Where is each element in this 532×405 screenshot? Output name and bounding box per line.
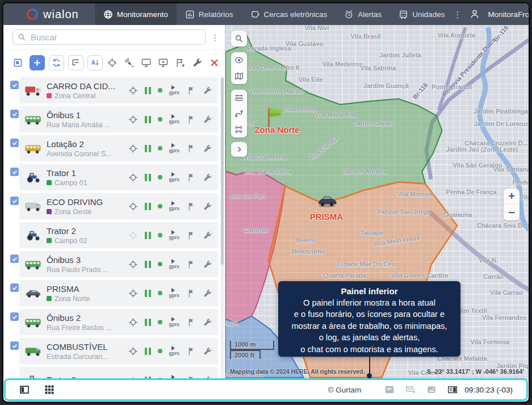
locate-unit-icon[interactable] (128, 260, 138, 269)
unit-checkbox[interactable] (10, 370, 19, 379)
unit-card[interactable]: Ônibus 1Rua Maria Amália ...gprs (19, 106, 218, 132)
motion-state-icon[interactable] (145, 348, 151, 355)
unit-checkbox[interactable] (10, 341, 19, 350)
add-geofence-button[interactable] (175, 57, 186, 68)
unit-checkbox[interactable] (10, 110, 19, 118)
expand-controls-button[interactable] (231, 142, 247, 157)
locate-unit-icon[interactable] (128, 144, 138, 153)
motion-state-icon[interactable] (145, 145, 151, 152)
locate-all-button[interactable] (107, 57, 118, 68)
tab-relat-rios[interactable]: Relatórios (177, 3, 242, 25)
wialon-logo[interactable]: wialon (26, 8, 79, 21)
tools-button[interactable] (192, 57, 203, 68)
unit-card[interactable]: CARRO DA CID...Zona Centralgprs (19, 77, 218, 103)
select-all-button[interactable] (10, 55, 26, 70)
distance-ruler-button[interactable] (231, 90, 247, 106)
map-visibility-button[interactable] (231, 52, 247, 68)
flag-icon[interactable] (186, 289, 196, 298)
toggle-work-area-button[interactable] (19, 385, 30, 395)
tree-view-button[interactable] (68, 55, 83, 70)
unit-settings-wrench-icon[interactable] (203, 289, 212, 298)
track-points-button[interactable] (231, 122, 247, 137)
unit-card[interactable]: PRISMAZona Nortegprs (19, 280, 218, 306)
sort-az-button[interactable]: A (87, 55, 103, 70)
unit-checkbox[interactable] (10, 139, 19, 147)
unit-checkbox[interactable] (10, 168, 19, 176)
locate-unit-icon[interactable] (128, 86, 138, 95)
search-box[interactable] (12, 30, 206, 45)
driver-chat-button[interactable] (405, 385, 416, 395)
list-scrollbar[interactable] (221, 77, 224, 380)
tab-cercas-eletr-nicas[interactable]: Cercas eletrônicas (242, 3, 336, 25)
unit-checkbox[interactable] (10, 197, 19, 205)
route-button[interactable] (231, 106, 247, 122)
unit-checkbox[interactable] (10, 254, 19, 263)
unit-card[interactable]: Trator 2Campo 02gprs (19, 222, 218, 248)
more-menu-button[interactable]: ⋮ (453, 10, 462, 19)
motion-state-icon[interactable] (145, 319, 151, 326)
unit-card[interactable]: COMBUSTÍVELEstrada Curcuran...gprs (19, 338, 218, 364)
unit-checkbox[interactable] (10, 312, 19, 321)
motion-state-icon[interactable] (145, 261, 151, 268)
map-layers-button[interactable] (231, 68, 247, 84)
unit-settings-wrench-icon[interactable] (203, 115, 212, 124)
motion-state-icon[interactable] (145, 87, 151, 94)
flag-icon[interactable] (186, 173, 196, 182)
tab-monitoramento[interactable]: Monitoramento (95, 3, 177, 25)
add-unit-button[interactable] (30, 55, 45, 70)
motion-state-icon[interactable] (145, 174, 151, 181)
video-monitoring-button[interactable] (158, 57, 169, 68)
clear-list-button[interactable] (209, 57, 220, 68)
map[interactable]: Vila NiviVila BrasilVila AugustaParada I… (225, 25, 529, 380)
flag-icon[interactable] (186, 346, 196, 356)
unit-checkbox[interactable] (10, 283, 19, 292)
search-options-button[interactable]: ⋮ (211, 34, 219, 41)
images-button[interactable] (426, 385, 437, 395)
flag-icon[interactable] (186, 144, 196, 153)
flag-icon[interactable] (186, 86, 196, 95)
motion-state-icon[interactable] (145, 203, 151, 210)
unit-settings-wrench-icon[interactable] (203, 318, 212, 327)
locate-unit-icon[interactable] (128, 289, 138, 298)
unit-card[interactable]: Ônibus 2Rua Freire Bastos ...gprs (19, 309, 218, 335)
minimaps-grid-button[interactable] (44, 385, 55, 395)
unit-settings-wrench-icon[interactable] (203, 260, 212, 269)
locate-unit-icon[interactable] (128, 318, 138, 327)
zoom-in-button[interactable]: + (504, 189, 520, 204)
unit-car-marker[interactable] (316, 194, 338, 210)
flag-icon[interactable] (186, 202, 196, 211)
unit-settings-wrench-icon[interactable] (203, 231, 212, 240)
flag-icon[interactable] (186, 231, 196, 240)
unit-card[interactable]: Lotação 2Avenida Coronel S...gprs (19, 135, 218, 161)
zoom-out-button[interactable]: − (504, 204, 520, 220)
locate-unit-icon[interactable] (128, 115, 138, 124)
flag-icon[interactable] (186, 260, 196, 269)
flag-icon[interactable] (186, 318, 196, 327)
user-name[interactable]: MonitoraFrota (488, 10, 530, 19)
motion-state-icon[interactable] (145, 290, 151, 297)
motion-state-icon[interactable] (145, 116, 151, 123)
unit-settings-wrench-icon[interactable] (203, 346, 212, 356)
refresh-button[interactable] (49, 55, 64, 70)
flag-icon[interactable] (186, 115, 196, 124)
satellite-tracking-button[interactable] (124, 57, 135, 68)
tab-unidades[interactable]: Unidades (390, 3, 453, 25)
unit-settings-wrench-icon[interactable] (203, 173, 212, 182)
search-input[interactable] (30, 32, 200, 43)
monitoring-screen-button[interactable] (141, 57, 152, 68)
map-search-button[interactable] (231, 31, 247, 47)
unit-settings-wrench-icon[interactable] (203, 202, 212, 211)
unit-card[interactable]: ECO DRIVINGZona Oestegprs (19, 193, 218, 219)
minimap-button[interactable] (447, 385, 458, 395)
unit-settings-wrench-icon[interactable] (203, 86, 212, 95)
locate-unit-icon[interactable] (128, 202, 138, 211)
unit-checkbox[interactable] (10, 81, 19, 89)
locate-unit-icon[interactable] (128, 346, 138, 356)
motion-state-icon[interactable] (145, 232, 151, 239)
unit-card[interactable]: Ônibus 3Rua Paulo Prado ...gprs (19, 251, 218, 277)
unit-settings-wrench-icon[interactable] (203, 144, 212, 153)
unit-checkbox[interactable] (10, 226, 19, 234)
tab-alertas[interactable]: Alertas (336, 3, 390, 25)
locate-unit-icon[interactable] (128, 231, 138, 240)
locate-unit-icon[interactable] (128, 173, 138, 182)
